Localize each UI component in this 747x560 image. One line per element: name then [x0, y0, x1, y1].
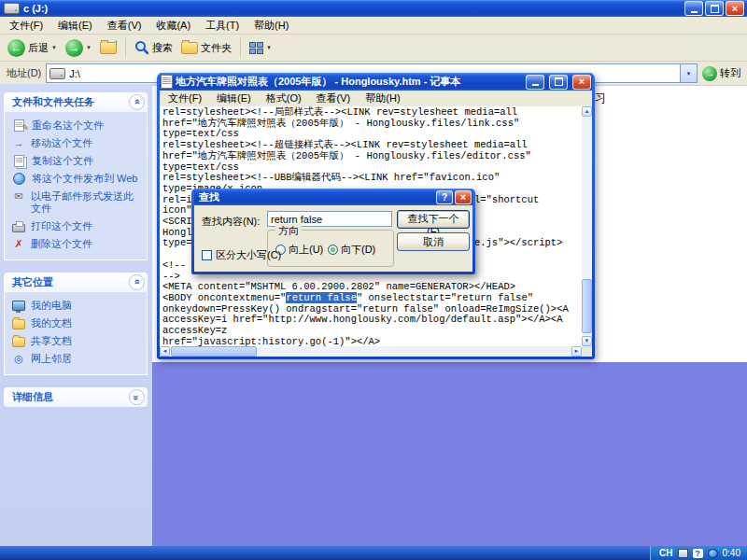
- match-case-option[interactable]: 区分大小写(C): [202, 248, 281, 262]
- views-dropdown-icon[interactable]: ▼: [266, 45, 272, 50]
- views-icon: [249, 42, 263, 54]
- chevron-down-icon[interactable]: [129, 389, 145, 405]
- go-button[interactable]: → 转到: [702, 66, 740, 81]
- scrollbar-corner: [582, 346, 592, 357]
- keyboard-icon[interactable]: [678, 549, 688, 558]
- place-network[interactable]: 网上邻居: [11, 350, 144, 368]
- direction-group-label: 方向: [275, 224, 302, 238]
- help-button[interactable]: [436, 190, 453, 204]
- address-dropdown-button[interactable]: ▼: [680, 64, 697, 82]
- explorer-titlebar[interactable]: c (J:): [0, 0, 747, 17]
- find-dialog-titlebar[interactable]: 查找: [194, 189, 472, 205]
- search-button[interactable]: 搜索: [131, 38, 176, 57]
- panel-title: 文件和文件夹任务: [12, 95, 94, 109]
- scrollbar-thumb[interactable]: [582, 279, 592, 333]
- panel-header-file-tasks[interactable]: 文件和文件夹任务: [4, 92, 148, 112]
- menu-file[interactable]: 文件(F): [2, 17, 50, 35]
- close-button[interactable]: [455, 190, 472, 204]
- maximize-button[interactable]: [705, 1, 724, 16]
- menu-view[interactable]: 查看(V): [309, 90, 359, 107]
- menu-format[interactable]: 格式(O): [259, 90, 309, 107]
- maximize-button[interactable]: [549, 75, 568, 90]
- place-label: 共享文档: [31, 335, 72, 347]
- menu-favorites[interactable]: 收藏(A): [148, 17, 198, 35]
- scroll-right-icon[interactable]: ►: [571, 346, 582, 357]
- minimize-button[interactable]: [684, 1, 703, 16]
- up-button[interactable]: ↑: [96, 40, 120, 56]
- vertical-scrollbar[interactable]: ▲ ▼: [582, 106, 592, 346]
- task-copy-file[interactable]: 复制这个文件: [11, 152, 144, 170]
- forward-dropdown-icon[interactable]: ▼: [86, 45, 92, 50]
- task-label: 以电子邮件形式发送此文件: [31, 190, 143, 215]
- back-button[interactable]: ← 后退 ▼: [4, 37, 61, 59]
- panel-body: 我的电脑 我的文档 共享文档 网上邻居: [4, 292, 148, 375]
- place-my-computer[interactable]: 我的电脑: [11, 297, 144, 315]
- close-button[interactable]: [572, 75, 591, 90]
- folders-button[interactable]: 文件夹: [177, 39, 235, 57]
- minimize-button[interactable]: [526, 75, 544, 90]
- task-print-file[interactable]: 打印这个文件: [11, 217, 144, 235]
- text-line-with-selection: <BODY oncontextmenu="return false" onsel…: [162, 293, 582, 304]
- task-publish-file[interactable]: 将这个文件发布到 Web: [11, 170, 144, 188]
- scrollbar-thumb[interactable]: [171, 346, 257, 357]
- chevron-up-icon[interactable]: [129, 274, 145, 290]
- horizontal-scrollbar[interactable]: ◄ ►: [160, 346, 582, 357]
- direction-down-option[interactable]: 向下(D): [328, 243, 375, 257]
- scroll-left-icon[interactable]: ◄: [160, 346, 170, 357]
- notepad-titlebar[interactable]: 地方汽车牌照对照表（2005年版） - Honglousky.htm - 记事本: [160, 73, 592, 91]
- panel-header-details[interactable]: 详细信息: [4, 387, 148, 407]
- task-move-file[interactable]: 移动这个文件: [11, 134, 144, 152]
- taskbar-clock[interactable]: 0:40: [723, 548, 740, 558]
- match-case-label: 区分大小写(C): [216, 248, 281, 262]
- back-icon: ←: [7, 39, 25, 57]
- menu-help[interactable]: 帮助(H): [358, 90, 407, 107]
- text-line: href="地方汽车牌照对照表（2005年版） - Honglousky.fil…: [162, 151, 582, 162]
- place-label: 我的电脑: [31, 300, 72, 312]
- menu-view[interactable]: 查看(V): [100, 17, 149, 35]
- notepad-menubar: 文件(F) 编辑(E) 格式(O) 查看(V) 帮助(H): [160, 91, 592, 106]
- up-folder-icon: ↑: [100, 42, 117, 54]
- task-pane-sidebar: 文件和文件夹任务 重命名这个文件 移动这个文件 复制这个文件 将这个文件发布到 …: [0, 84, 152, 546]
- rename-icon: [14, 119, 24, 132]
- go-icon: →: [702, 66, 717, 81]
- place-shared-documents[interactable]: 共享文档: [11, 332, 144, 350]
- cancel-button[interactable]: 取消: [397, 232, 470, 251]
- search-label: 搜索: [152, 41, 173, 55]
- scroll-up-icon[interactable]: ▲: [582, 106, 592, 117]
- copy-icon: [14, 155, 24, 167]
- menu-edit[interactable]: 编辑(E): [209, 90, 259, 107]
- scroll-down-icon[interactable]: ▼: [582, 336, 592, 346]
- find-dialog: 查找 查找内容(N): 查找下一个(F) 取消 方向 向上(U) 向下(D): [191, 189, 475, 274]
- task-label: 将这个文件发布到 Web: [32, 173, 137, 185]
- views-button[interactable]: ▼: [246, 40, 275, 56]
- menu-help[interactable]: 帮助(H): [247, 17, 296, 35]
- forward-button[interactable]: → ▼: [62, 37, 95, 59]
- place-my-documents[interactable]: 我的文档: [11, 315, 144, 332]
- close-button[interactable]: [726, 1, 744, 16]
- panel-header-other-places[interactable]: 其它位置: [4, 273, 148, 292]
- direction-up-option[interactable]: 向上(U): [275, 243, 323, 257]
- find-next-button[interactable]: 查找下一个(F): [397, 210, 470, 229]
- tray-help-icon[interactable]: [693, 549, 703, 558]
- folders-icon: [181, 42, 198, 54]
- chevron-up-icon[interactable]: [129, 94, 145, 110]
- tray-status-icon[interactable]: [708, 549, 718, 558]
- forward-icon: →: [65, 39, 83, 57]
- task-rename-file[interactable]: 重命名这个文件: [11, 117, 144, 134]
- explorer-menubar: 文件(F) 编辑(E) 查看(V) 收藏(A) 工具(T) 帮助(H): [0, 17, 747, 35]
- radio-down-icon[interactable]: [328, 245, 338, 255]
- menu-file[interactable]: 文件(F): [161, 90, 209, 107]
- task-email-file[interactable]: 以电子邮件形式发送此文件: [11, 188, 144, 217]
- text-segment: " onselectstart="return false": [357, 292, 533, 303]
- find-dialog-body: 查找内容(N): 查找下一个(F) 取消 方向 向上(U) 向下(D) 区分大小…: [194, 205, 472, 272]
- menu-tools[interactable]: 工具(T): [198, 17, 247, 35]
- match-case-checkbox[interactable]: [202, 250, 212, 260]
- explorer-toolbar: ← 后退 ▼ → ▼ ↑ 搜索 文件夹 ▼: [0, 35, 747, 62]
- language-indicator[interactable]: CH: [659, 548, 672, 558]
- back-dropdown-icon[interactable]: ▼: [51, 45, 57, 50]
- menu-edit[interactable]: 编辑(E): [50, 17, 100, 35]
- task-delete-file[interactable]: 删除这个文件: [11, 235, 144, 253]
- taskbar[interactable]: CH 0:40: [0, 546, 747, 560]
- place-label: 网上邻居: [31, 353, 72, 365]
- task-label: 打印这个文件: [31, 220, 92, 232]
